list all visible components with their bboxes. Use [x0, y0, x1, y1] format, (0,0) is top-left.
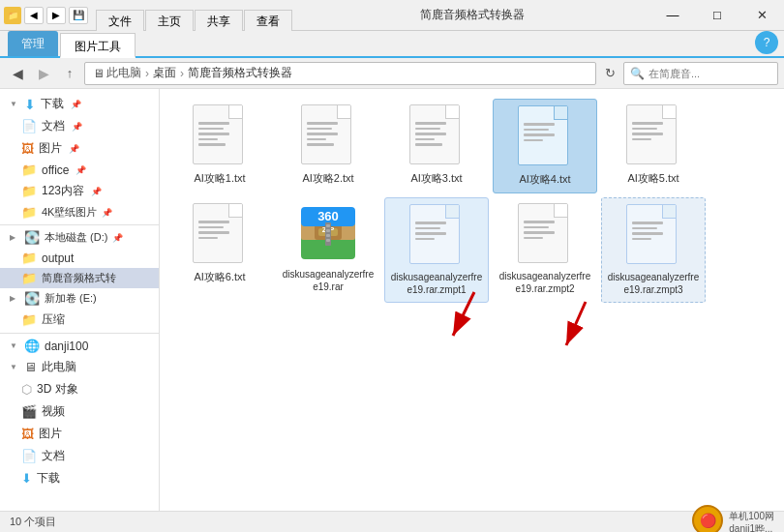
sidebar-item-123[interactable]: 📁 123内容 📌 — [0, 180, 159, 202]
sidebar-item-pictures2[interactable]: 🖼 图片 — [0, 423, 159, 445]
path-desktop: 桌面 — [153, 65, 176, 81]
file-area: AI攻略1.txt AI攻略2.txt — [160, 89, 784, 511]
file-label: AI攻略3.txt — [410, 171, 462, 186]
svg-rect-9 — [326, 229, 330, 232]
refresh-btn[interactable]: ↻ — [599, 62, 620, 85]
file-item-ai4[interactable]: AI攻略4.txt — [493, 99, 597, 193]
search-icon: 🔍 — [630, 67, 645, 80]
path-sep1: › — [145, 67, 149, 80]
window-title: 简鹿音频格式转换器 — [293, 7, 650, 23]
sidebar: ▼ ⬇ 下载 📌 📄 文档 📌 🖼 图片 📌 📁 office 📌 📁 123内… — [0, 89, 160, 511]
path-sep2: › — [180, 67, 184, 80]
close-button[interactable]: ✕ — [739, 0, 784, 31]
sidebar-item-jianlu[interactable]: 📁 简鹿音频格式转 — [0, 268, 159, 288]
tab-manage[interactable]: 管理 — [8, 31, 58, 56]
sidebar-item-danji[interactable]: ▼ 🌐 danji100 — [0, 336, 159, 356]
search-input[interactable] — [648, 68, 771, 79]
help-button[interactable]: ? — [755, 31, 778, 54]
svg-rect-11 — [326, 239, 330, 242]
path-computer-label: 此电脑 — [106, 65, 141, 81]
file-item-ai3[interactable]: AI攻略3.txt — [384, 99, 489, 193]
ribbon-tab-home[interactable]: 主页 — [145, 10, 194, 31]
file-item-zmpt2[interactable]: diskusageanalyzerfree19.rar.zmpt2 — [493, 197, 597, 303]
file-label: AI攻略2.txt — [302, 171, 353, 186]
sidebar-item-4k[interactable]: 📁 4K壁纸图片 📌 — [0, 202, 159, 222]
file-item-ai1[interactable]: AI攻略1.txt — [167, 99, 272, 193]
ribbon-tab-share[interactable]: 共享 — [195, 10, 243, 31]
file-item-rar[interactable]: 360 ZIP diskusageanalyzerfree19.rar — [276, 197, 380, 303]
logo-text: 单机100网 danji1晔... — [729, 510, 774, 533]
sidebar-item-zip[interactable]: 📁 压缩 — [0, 309, 159, 331]
search-box[interactable]: 🔍 — [623, 62, 778, 85]
file-label: diskusageanalyzerfree19.rar.zmpt1 — [389, 271, 484, 296]
file-label: diskusageanalyzerfree19.rar.zmpt3 — [606, 271, 701, 296]
file-label: AI攻略5.txt — [627, 171, 678, 186]
item-count: 10 个项目 — [10, 515, 56, 529]
file-label: AI攻略6.txt — [194, 270, 245, 284]
sidebar-item-3d[interactable]: ⬡ 3D 对象 — [0, 378, 159, 400]
file-item-ai6[interactable]: AI攻略6.txt — [167, 197, 272, 303]
nav-up[interactable]: ↑ — [58, 62, 81, 85]
file-label: diskusageanalyzerfree19.rar.zmpt2 — [497, 270, 593, 295]
sidebar-item-documents[interactable]: 📄 文档 📌 — [0, 115, 159, 137]
tab-picture-tools[interactable]: 图片工具 — [60, 33, 136, 58]
nav-forward[interactable]: ▶ — [32, 62, 55, 85]
sidebar-item-pictures[interactable]: 🖼 图片 📌 — [0, 137, 159, 160]
sidebar-item-documents2[interactable]: 📄 文档 — [0, 445, 159, 467]
file-label: AI攻略1.txt — [194, 171, 245, 185]
window-icon: 📁 — [4, 7, 21, 24]
sidebar-item-office[interactable]: 📁 office 📌 — [0, 160, 159, 180]
sidebar-item-diske[interactable]: ▶ 💽 新加卷 (E:) — [0, 288, 159, 309]
path-folder: 简鹿音频格式转换器 — [188, 65, 292, 81]
maximize-button[interactable]: □ — [695, 0, 739, 31]
file-item-ai2[interactable]: AI攻略2.txt — [276, 99, 380, 193]
sidebar-item-thispc[interactable]: ▼ 🖥 此电脑 — [0, 356, 159, 378]
svg-line-15 — [566, 302, 586, 345]
file-item-zmpt1[interactable]: diskusageanalyzerfree19.rar.zmpt1 — [384, 197, 489, 303]
ribbon-tab-file[interactable]: 文件 — [96, 10, 144, 31]
svg-rect-8 — [326, 224, 330, 227]
file-item-zmpt3[interactable]: diskusageanalyzerfree19.rar.zmpt3 — [601, 197, 706, 303]
sidebar-item-diskd[interactable]: ▶ 💽 本地磁盘 (D:) 📌 — [0, 227, 159, 248]
quick-access-forward[interactable]: ▶ — [46, 7, 66, 24]
file-label: AI攻略4.txt — [519, 172, 570, 187]
minimize-button[interactable]: — — [650, 0, 695, 31]
sidebar-item-video[interactable]: 🎬 视频 — [0, 400, 159, 423]
address-path[interactable]: 🖥 此电脑 › 桌面 › 简鹿音频格式转换器 — [84, 62, 596, 85]
sidebar-item-download2[interactable]: ⬇ 下载 — [0, 467, 159, 489]
quick-access-back[interactable]: ◀ — [24, 7, 44, 24]
status-bar: 10 个项目 🔴 单机100网 danji1晔... — [0, 511, 784, 532]
nav-back[interactable]: ◀ — [6, 62, 29, 85]
svg-rect-10 — [326, 234, 330, 237]
ribbon-tab-view[interactable]: 查看 — [244, 10, 292, 31]
red-arrow-2 — [561, 297, 610, 358]
quick-access-save[interactable]: 💾 — [69, 7, 88, 24]
file-item-ai5[interactable]: AI攻略5.txt — [601, 99, 706, 193]
sidebar-item-output[interactable]: 📁 output — [0, 248, 159, 268]
file-label: diskusageanalyzerfree19.rar — [280, 268, 377, 293]
svg-text:360: 360 — [317, 209, 339, 223]
path-computer: 🖥 — [93, 67, 105, 80]
sidebar-item-download[interactable]: ▼ ⬇ 下载 📌 — [0, 93, 159, 115]
